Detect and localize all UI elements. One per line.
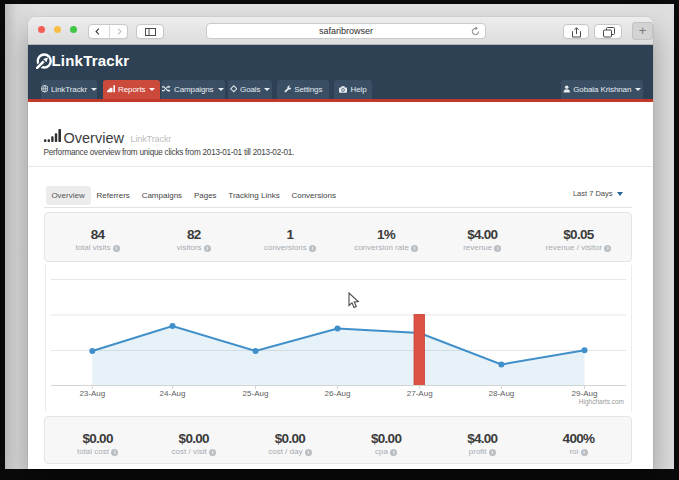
svg-text:23-Aug: 23-Aug	[79, 389, 105, 398]
svg-text:24-Aug: 24-Aug	[160, 389, 186, 398]
svg-text:27-Aug: 27-Aug	[407, 389, 433, 398]
svg-text:25-Aug: 25-Aug	[243, 389, 269, 398]
svg-text:28-Aug: 28-Aug	[489, 389, 515, 398]
svg-text:Highcharts.com: Highcharts.com	[579, 398, 624, 406]
svg-text:26-Aug: 26-Aug	[325, 389, 351, 398]
